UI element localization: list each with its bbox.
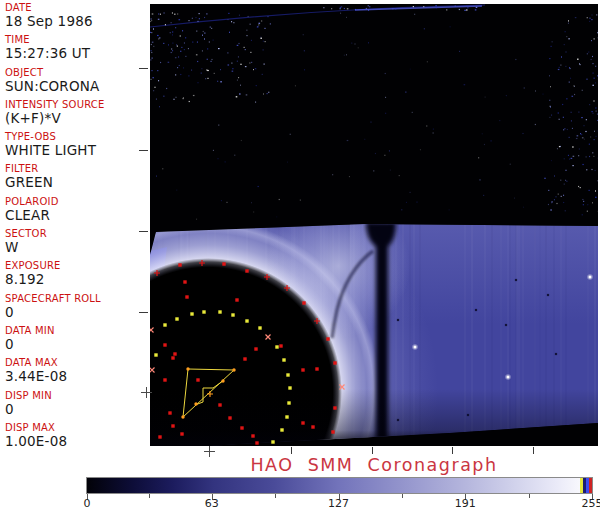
speck: [166, 88, 167, 89]
speck: [211, 28, 212, 29]
speck: [228, 19, 229, 20]
field-value: SUN:CORONA: [5, 79, 147, 94]
yellow-fiducial-dot: [282, 358, 285, 361]
speck: [239, 15, 240, 16]
speck: [524, 87, 525, 88]
speck: [260, 36, 261, 37]
speck: [358, 47, 359, 48]
speck: [572, 165, 574, 166]
speck: [207, 48, 208, 49]
speck: [385, 73, 386, 74]
polygon-vertex-dot: [186, 367, 189, 370]
speck: [202, 35, 203, 36]
red-fiducial-dot: [254, 347, 257, 350]
speck: [433, 132, 434, 133]
speck: [258, 24, 259, 25]
speck: [189, 101, 190, 102]
speck: [595, 170, 596, 171]
speck: [550, 209, 552, 210]
speck: [581, 117, 583, 118]
speck: [152, 58, 153, 59]
speck: [594, 100, 595, 101]
red-fiducial-dot: [331, 430, 334, 433]
speck: [566, 98, 567, 99]
sidebar-field: POLAROIDCLEAR: [5, 196, 147, 223]
speck: [188, 48, 189, 49]
speck: [150, 21, 151, 22]
speck: [561, 196, 562, 197]
speck: [589, 104, 590, 105]
speck: [185, 37, 186, 38]
metadata-sidebar: DATE18 Sep 1986TIME15:27:36 UTOBJECTSUN:…: [5, 2, 147, 454]
red-fiducial-dot: [311, 425, 314, 428]
speck: [580, 133, 581, 134]
speck: [174, 14, 176, 15]
speck: [174, 99, 175, 100]
sidebar-field: SPACECRAFT ROLL0: [5, 293, 147, 320]
red-fiducial-dot: [333, 406, 336, 409]
speck: [558, 119, 560, 120]
speck: [450, 26, 451, 27]
speck: [436, 7, 437, 8]
speck: [424, 28, 425, 29]
field-label: SECTOR: [5, 228, 147, 240]
speck: [199, 13, 200, 14]
speck: [152, 42, 154, 43]
speck: [594, 139, 595, 140]
speck: [158, 80, 159, 81]
speck: [384, 155, 385, 156]
speck: [435, 5, 437, 6]
field-value: CLEAR: [5, 208, 147, 223]
speck: [569, 159, 570, 160]
speck: [549, 58, 551, 59]
speck: [412, 112, 413, 113]
speck: [346, 54, 347, 55]
bottom-axis-tick: [372, 447, 373, 454]
speck: [202, 50, 203, 51]
speck: [570, 78, 571, 79]
speck: [564, 184, 565, 185]
red-fiducial-dot: [301, 421, 304, 424]
speck: [582, 199, 583, 200]
sidebar-field: FILTERGREEN: [5, 163, 147, 190]
speck: [417, 202, 418, 203]
speck: [151, 20, 152, 21]
speck: [587, 79, 588, 80]
speck: [585, 131, 587, 132]
speck: [193, 95, 195, 96]
speck: [596, 14, 597, 15]
field-label: POLAROID: [5, 196, 147, 208]
speck: [399, 175, 400, 176]
speck: [368, 10, 369, 11]
speck: [232, 71, 234, 72]
speck: [563, 195, 564, 196]
speck: [572, 146, 574, 147]
speck: [420, 149, 421, 150]
field-value: 0: [5, 402, 147, 417]
speck: [180, 35, 181, 36]
speck: [177, 46, 178, 47]
speck: [578, 112, 579, 113]
speck: [238, 56, 239, 57]
speck: [579, 63, 580, 64]
speck: [206, 13, 207, 14]
speck: [199, 18, 200, 19]
speck: [184, 42, 185, 43]
speck: [165, 24, 166, 25]
red-fiducial-dot: [315, 367, 318, 370]
red-fiducial-dot: [163, 378, 166, 381]
speck: [593, 63, 594, 64]
speck: [171, 52, 173, 53]
speck: [564, 128, 565, 129]
red-fiducial-dot: [218, 403, 221, 406]
speck: [368, 5, 369, 6]
speck: [569, 67, 570, 68]
speck: [535, 124, 536, 125]
red-fiducial-dot: [279, 344, 282, 347]
dark-speck: [397, 419, 399, 421]
speck: [593, 156, 594, 157]
speck: [163, 43, 164, 44]
speck: [176, 44, 177, 45]
left-axis-tick: [139, 312, 148, 313]
speck: [449, 209, 450, 210]
